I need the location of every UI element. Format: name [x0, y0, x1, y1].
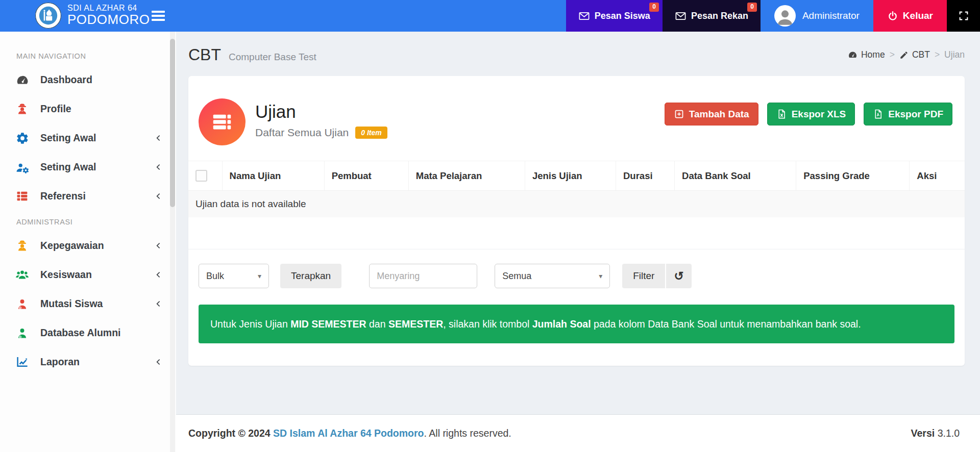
empty-message: Ujian data is not available: [188, 191, 965, 218]
sidebar-item-label: Dashboard: [40, 74, 92, 86]
breadcrumb-home-link[interactable]: Home: [848, 49, 885, 60]
sidebar-scrollbar-thumb[interactable]: [170, 39, 175, 207]
envelope-icon: [675, 10, 687, 22]
logo-line2: PODOMORO: [67, 13, 150, 27]
table-empty-row: Ujian data is not available: [188, 191, 965, 218]
card-title: Ujian: [255, 102, 387, 122]
envelope-icon: [578, 10, 590, 22]
power-icon: [887, 10, 898, 21]
sidebar-item-label: Mutasi Siswa: [40, 298, 103, 310]
notice-bold: MID SEMESTER: [290, 318, 366, 330]
chevron-left-icon: [154, 134, 163, 142]
ujian-card: Ujian Daftar Semua Ujian 0 Item Tambah D…: [188, 76, 965, 366]
chevron-left-icon: [154, 270, 163, 279]
select-all-checkbox[interactable]: [195, 170, 207, 182]
user-md-icon: [15, 297, 29, 310]
ekspor-pdf-label: Ekspor PDF: [888, 109, 943, 120]
sidebar-item-label: Laporan: [40, 356, 80, 368]
sidebar-item-laporan[interactable]: Laporan: [15, 347, 176, 376]
breadcrumb-cbt-label: CBT: [912, 49, 930, 60]
sidebar-item-kesiswaan[interactable]: Kesiswaan: [15, 260, 176, 289]
version-label: Versi: [911, 428, 935, 439]
notice-text: , silakan klik tombol: [443, 318, 532, 330]
user-gear-icon: [15, 161, 29, 174]
user-name: Administrator: [802, 10, 860, 21]
bulk-action-select[interactable]: Bulk ▾: [199, 264, 269, 288]
user-md-icon: [15, 327, 29, 339]
pesan-siswa-badge: 0: [649, 3, 659, 12]
card-subtitle-row: Daftar Semua Ujian 0 Item: [255, 127, 387, 139]
logo-text: SDI AL AZHAR 64 PODOMORO: [67, 4, 150, 27]
terapkan-button[interactable]: Terapkan: [280, 264, 341, 288]
filter-button[interactable]: Filter: [622, 264, 665, 288]
header-right-nav: Pesan Siswa 0 Pesan Rekan 0 Administrato…: [566, 0, 980, 32]
notice-text: pada kolom Data Bank Soal untuk menambah…: [591, 318, 861, 330]
sidebar-item-label: Profile: [40, 103, 71, 115]
breadcrumb-current: Ujian: [944, 49, 965, 60]
file-pdf-icon: [873, 109, 884, 119]
filter-select[interactable]: Semua ▾: [495, 264, 610, 288]
sidebar-item-mutasi-siswa[interactable]: Mutasi Siswa: [15, 289, 176, 318]
version-value: 3.1.0: [938, 428, 960, 439]
table-header-data-bank-soal: Data Bank Soal: [675, 161, 796, 191]
sidebar-item-profile[interactable]: Profile: [15, 94, 176, 123]
sidebar-section-admin: ADMINISTRASI: [16, 218, 176, 226]
ekspor-xls-label: Ekspor XLS: [792, 109, 846, 120]
breadcrumb: Home > CBT > Ujian: [848, 49, 965, 60]
version: Versi 3.1.0: [911, 428, 960, 439]
logout-button[interactable]: Keluar: [873, 0, 947, 32]
sidebar-item-label: Referensi: [40, 190, 86, 202]
app-logo[interactable]: SDI AL AZHAR 64 PODOMORO: [35, 2, 150, 29]
pesan-rekan-button[interactable]: Pesan Rekan 0: [663, 0, 761, 32]
sidebar-scrollbar[interactable]: [170, 32, 175, 452]
table-header-row: Nama Ujian Pembuat Mata Pelajaran Jenis …: [188, 161, 965, 191]
notice-text: dan: [366, 318, 388, 330]
tambah-data-label: Tambah Data: [689, 109, 749, 120]
reset-filter-button[interactable]: ↺: [666, 264, 691, 288]
ujian-list-icon: [199, 98, 246, 145]
sidebar-item-seting-awal-1[interactable]: Seting Awal: [15, 123, 176, 153]
users-icon: [15, 268, 29, 282]
table-header-select: [188, 161, 222, 191]
card-actions: Tambah Data Ekspor XLS Ekspor PDF: [665, 103, 952, 125]
pesan-siswa-button[interactable]: Pesan Siswa 0: [566, 0, 663, 32]
ekspor-xls-button[interactable]: Ekspor XLS: [767, 103, 855, 125]
user-secret-icon: [15, 239, 29, 252]
chart-line-icon: [15, 355, 29, 369]
sidebar-item-label: Seting Awal: [40, 161, 96, 173]
page-title-text: CBT: [188, 45, 221, 64]
copyright-prefix: Copyright © 2024: [188, 428, 273, 439]
sidebar-item-database-alumni[interactable]: Database Alumni: [15, 318, 176, 347]
table-header-jenis-ujian: Jenis Ujian: [525, 161, 616, 191]
sidebar-item-label: Kepegawaian: [40, 240, 104, 252]
bulk-select-value: Bulk: [206, 271, 224, 282]
school-emblem-icon: [35, 2, 62, 29]
sidebar-item-referensi[interactable]: Referensi: [15, 182, 176, 211]
org-link[interactable]: SD Islam Al Azhar 64 Podomoro: [273, 428, 424, 439]
card-subtitle: Daftar Semua Ujian: [255, 127, 349, 139]
chevron-left-icon: [154, 299, 163, 308]
rotate-left-icon: ↺: [674, 269, 683, 283]
ekspor-pdf-button[interactable]: Ekspor PDF: [864, 103, 952, 125]
sidebar-item-label: Seting Awal: [40, 132, 96, 144]
fullscreen-button[interactable]: [947, 0, 980, 32]
copyright: Copyright © 2024 SD Islam Al Azhar 64 Po…: [188, 428, 511, 439]
sidebar-toggle-button[interactable]: [152, 10, 165, 21]
sidebar-item-kepegawaian[interactable]: Kepegawaian: [15, 231, 176, 260]
pesan-rekan-badge: 0: [747, 3, 757, 12]
sidebar-item-label: Kesiswaan: [40, 269, 92, 281]
sidebar-item-seting-awal-2[interactable]: Seting Awal: [15, 153, 176, 182]
chevron-left-icon: [154, 241, 163, 250]
gear-icon: [15, 132, 29, 145]
user-menu[interactable]: Administrator: [761, 0, 873, 32]
breadcrumb-cbt-link[interactable]: CBT: [899, 49, 930, 60]
sidebar-item-dashboard[interactable]: Dashboard: [15, 65, 176, 94]
table-header-mata-pelajaran: Mata Pelajaran: [408, 161, 525, 191]
tambah-data-button[interactable]: Tambah Data: [665, 103, 758, 125]
search-input[interactable]: [369, 264, 477, 288]
table-header-pembuat: Pembuat: [324, 161, 408, 191]
filter-toolbar: Bulk ▾ Terapkan Semua ▾ Filter ↺: [188, 249, 965, 288]
info-notice: Untuk Jenis Ujian MID SEMESTER dan SEMES…: [199, 305, 954, 343]
pencil-icon: [899, 51, 909, 60]
plus-square-icon: [674, 109, 684, 119]
